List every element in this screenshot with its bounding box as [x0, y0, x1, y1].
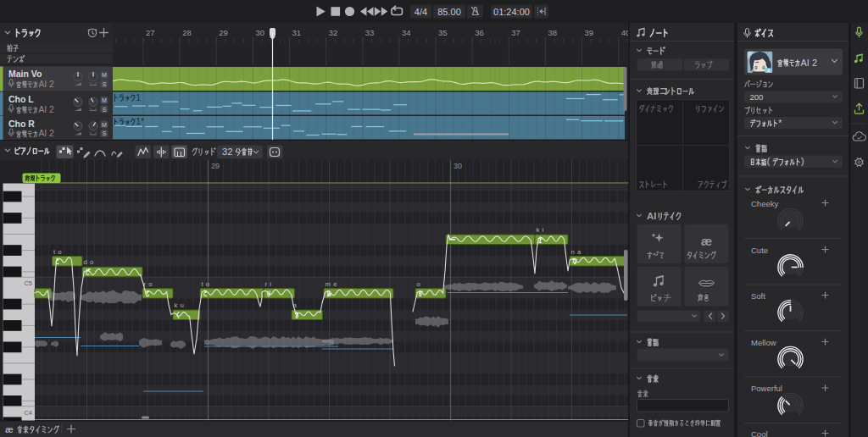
svg-text:コ: コ — [659, 86, 669, 96]
svg-text:39: 39 — [585, 28, 594, 37]
svg-text:29: 29 — [219, 28, 228, 37]
svg-text:Cho L: Cho L — [8, 94, 34, 104]
svg-text:36: 36 — [475, 28, 484, 37]
svg-text:Cho R: Cho R — [8, 119, 35, 129]
svg-text:S: S — [103, 130, 107, 136]
svg-text:37: 37 — [511, 28, 520, 37]
svg-text:32: 32 — [222, 147, 232, 157]
svg-text:M: M — [102, 97, 107, 103]
svg-text:1: 1 — [136, 92, 141, 102]
svg-text:200: 200 — [750, 92, 764, 102]
svg-text:AI 2: AI 2 — [38, 80, 54, 89]
svg-text:M: M — [102, 122, 107, 128]
svg-text:AI: AI — [647, 211, 656, 221]
svg-text:30: 30 — [255, 28, 264, 37]
svg-text:m e: m e — [326, 280, 338, 288]
svg-text:27: 27 — [146, 28, 155, 37]
svg-text:AI 2: AI 2 — [801, 58, 817, 68]
svg-text:85.00: 85.00 — [437, 7, 461, 17]
svg-text:Cute: Cute — [751, 246, 768, 255]
svg-text:Soft: Soft — [751, 291, 765, 301]
svg-text:チ: チ — [663, 292, 672, 302]
svg-text:1*: 1* — [136, 116, 144, 126]
svg-text:S: S — [103, 107, 107, 113]
svg-text:01:24:00: 01:24:00 — [493, 7, 530, 17]
svg-text:Main Vo: Main Vo — [8, 69, 42, 79]
svg-text:Cheeky: Cheeky — [751, 199, 778, 208]
svg-text:): ) — [801, 156, 804, 166]
svg-text:k i: k i — [537, 226, 544, 234]
svg-text:31: 31 — [292, 28, 302, 37]
svg-text:38: 38 — [548, 28, 557, 37]
svg-text:29: 29 — [211, 162, 220, 170]
svg-text:4/4: 4/4 — [415, 7, 427, 17]
svg-text:AI 2: AI 2 — [38, 105, 54, 114]
svg-text:M: M — [102, 72, 107, 78]
svg-text:AI 2: AI 2 — [38, 129, 54, 138]
svg-text:æ: æ — [701, 234, 712, 248]
svg-text:d o: d o — [84, 258, 95, 266]
svg-text:28: 28 — [182, 28, 192, 37]
svg-text:Mellow: Mellow — [751, 338, 776, 347]
svg-text:r o: r o — [144, 280, 153, 288]
svg-text:S: S — [103, 81, 107, 87]
svg-text:æ: æ — [5, 424, 14, 434]
svg-text:*: * — [778, 118, 782, 128]
svg-text:t o: t o — [53, 248, 62, 256]
svg-text:n a: n a — [571, 248, 582, 256]
svg-text:32: 32 — [329, 28, 338, 37]
svg-text:33: 33 — [365, 28, 375, 37]
svg-text:Cool: Cool — [751, 429, 768, 437]
svg-text:t o: t o — [202, 280, 210, 288]
svg-text:k u: k u — [175, 301, 185, 309]
svg-text:(: ( — [767, 156, 771, 166]
svg-text:35: 35 — [438, 28, 448, 37]
svg-text:C5: C5 — [24, 279, 32, 287]
svg-text:34: 34 — [402, 28, 411, 37]
svg-text:r i: r i — [265, 280, 272, 288]
svg-text:Powerful: Powerful — [751, 384, 782, 393]
svg-text:2: 2 — [767, 68, 770, 73]
svg-text:30: 30 — [453, 162, 462, 170]
svg-text:o: o — [417, 280, 421, 288]
svg-text:C4: C4 — [24, 409, 32, 417]
